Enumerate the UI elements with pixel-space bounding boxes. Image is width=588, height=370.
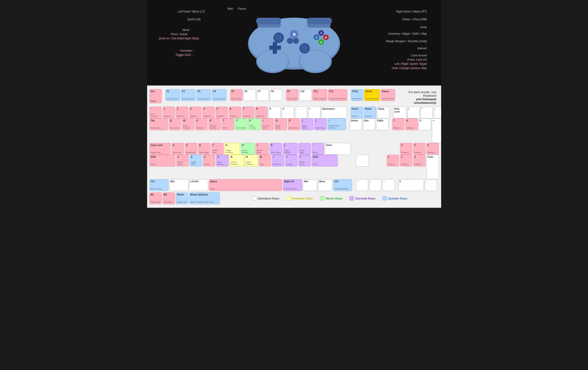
key-comma[interactable]: <Build Fire bbox=[272, 155, 284, 167]
key-space[interactable]: SpaceJump bbox=[209, 179, 282, 191]
key-num5[interactable]: 5Hotkey 5 bbox=[413, 143, 426, 155]
key-num6[interactable]: 6Hotkey 6 bbox=[427, 143, 439, 155]
key-num1[interactable]: 1Hotkey 1 bbox=[387, 155, 399, 167]
key-esc[interactable]: Esc Pause bbox=[149, 89, 162, 103]
key-7[interactable]: 7Hotkey 7 bbox=[242, 107, 254, 118]
key-caps[interactable]: Caps LockToggle Walk bbox=[149, 143, 171, 155]
key-f9[interactable]: F9Quick Load bbox=[286, 89, 298, 101]
key-l[interactable]: LToggle Lantern bbox=[283, 143, 297, 155]
key-u[interactable]: UHorse Inventry bbox=[248, 118, 261, 130]
key-f1[interactable]: F1Group Equip 1 bbox=[166, 89, 180, 101]
key-v[interactable]: VQuick Restore bbox=[216, 155, 229, 167]
key-num-star[interactable]: * bbox=[420, 107, 433, 118]
key-shift-l[interactable]: ShiftSprint bbox=[149, 155, 176, 167]
key-r[interactable]: RReady / Sheathe bbox=[209, 118, 221, 130]
key-6[interactable]: 6Hotkey 6 bbox=[229, 107, 241, 118]
key-insert[interactable]: InsertEmote bbox=[351, 107, 363, 118]
key-q[interactable]: QFavs Menu bbox=[169, 118, 181, 130]
key-num2[interactable]: 2Hotkey 2 bbox=[400, 155, 412, 167]
key-scroll[interactable]: ScrollEmrgncy Recall bbox=[364, 89, 380, 101]
key-slash[interactable]: ?Break Down bbox=[298, 155, 311, 167]
key-arr-right[interactable]: → bbox=[382, 179, 395, 191]
key-ctrl-l[interactable]: CtrlBlock / Parry bbox=[149, 179, 168, 191]
key-num-slash[interactable]: / bbox=[407, 107, 420, 118]
key-a[interactable]: AMove Left bbox=[172, 143, 184, 155]
key-f11[interactable]: F11Show Controls bbox=[312, 89, 327, 101]
key-y[interactable]: YHorse Wait bbox=[235, 118, 247, 130]
key-z[interactable]: ZShout / Power bbox=[176, 155, 189, 167]
key-pgup[interactable]: PgUp bbox=[377, 107, 389, 118]
key-win-r[interactable]: Win bbox=[303, 179, 317, 191]
key-arr-up[interactable]: ↑ bbox=[356, 155, 369, 167]
key-backslash[interactable]: \Disable ENB (Shift+\) bbox=[327, 118, 346, 130]
key-win-l[interactable]: Win bbox=[169, 179, 188, 191]
key-4[interactable]: 4Hotkey 4 bbox=[202, 107, 215, 118]
key-equals[interactable]: = bbox=[308, 107, 320, 118]
key-num-minus[interactable]: - bbox=[434, 107, 441, 118]
key-m[interactable]: MMap bbox=[259, 155, 271, 167]
key-end[interactable]: End bbox=[363, 118, 375, 130]
key-alt-r[interactable]: Right AltSurvival Vision bbox=[283, 179, 302, 191]
key-f6[interactable]: F6 bbox=[243, 89, 256, 101]
key-wheel[interactable]: WheelTarget Lock bbox=[176, 192, 188, 204]
key-tilde[interactable]: ~Dev Console bbox=[149, 107, 162, 118]
key-d[interactable]: DMove Right bbox=[198, 143, 210, 155]
key-backspace[interactable]: Backspace bbox=[321, 107, 347, 118]
key-p[interactable]: PStats Menu bbox=[288, 118, 300, 130]
key-n[interactable]: NOrder Followrs bbox=[245, 155, 258, 167]
key-menu[interactable]: Menu bbox=[318, 179, 332, 191]
key-num-dot[interactable]: . bbox=[425, 179, 437, 191]
key-num7[interactable]: 7Hotkey 7 bbox=[392, 118, 405, 130]
key-num0[interactable]: 0 bbox=[398, 179, 424, 191]
key-c[interactable]: CSneak bbox=[203, 155, 215, 167]
key-m1[interactable]: M1Right Hand bbox=[149, 192, 162, 204]
key-f12[interactable]: F12Screenshot (Steam) bbox=[328, 89, 347, 101]
key-quote[interactable]: 'Wash bbox=[312, 143, 324, 155]
key-3[interactable]: 3Hotkey 3 bbox=[189, 107, 201, 118]
key-pause[interactable]: PauseCamera Mode bbox=[381, 89, 395, 101]
key-o[interactable]: OMagic Menu bbox=[275, 118, 287, 130]
key-h[interactable]: HHorse Whistle bbox=[241, 143, 254, 155]
key-prtsc[interactable]: PrtScScreenshot bbox=[351, 89, 363, 101]
key-b[interactable]: BOrder 1 Follower bbox=[230, 155, 244, 167]
key-j[interactable]: JQuests Menu bbox=[255, 143, 269, 155]
key-8[interactable]: 8Hotkey 8 bbox=[255, 107, 268, 118]
key-num3[interactable]: 3Hotkey 3 bbox=[413, 155, 426, 167]
key-enter[interactable]: Enter bbox=[325, 143, 351, 155]
key-f[interactable]: FSwitch View bbox=[211, 143, 224, 155]
key-num-enter[interactable]: Enter bbox=[427, 155, 439, 179]
key-tab[interactable]: TabTween Menu bbox=[149, 118, 168, 130]
key-0[interactable]: 0 bbox=[282, 107, 294, 118]
key-9[interactable]: 9 bbox=[269, 107, 281, 118]
key-2[interactable]: 2Hotkey 2 bbox=[176, 107, 188, 118]
key-wheelupdown[interactable]: Wheel Up/DownSwitch Targets (Target Lock… bbox=[189, 192, 220, 204]
key-rbracket[interactable]: ]Heat Vision bbox=[314, 118, 326, 130]
key-f7[interactable]: F7 bbox=[257, 89, 269, 101]
key-num8[interactable]: 8Hotkey 8 bbox=[405, 118, 418, 130]
key-numlock[interactable]: Num Lock bbox=[393, 107, 406, 118]
key-s[interactable]: SMove Back bbox=[185, 143, 197, 155]
key-5[interactable]: 5Hotkey 5 bbox=[216, 107, 228, 118]
key-f10[interactable]: F10 bbox=[299, 89, 312, 101]
key-num-plus[interactable]: + bbox=[432, 118, 441, 143]
key-delete[interactable]: Delete bbox=[350, 118, 362, 130]
key-arr-down[interactable]: ↓ bbox=[369, 179, 381, 191]
key-lbracket[interactable]: [Night Vision bbox=[301, 118, 313, 130]
key-1[interactable]: 1Hotkey 1 bbox=[163, 107, 175, 118]
key-period[interactable]: >Forage bbox=[285, 155, 298, 167]
key-m2[interactable]: M2Left Hand bbox=[163, 192, 175, 204]
key-f8[interactable]: F8 bbox=[270, 89, 282, 101]
key-t[interactable]: TWait bbox=[222, 118, 234, 130]
key-f3[interactable]: F3Group Equip 3 bbox=[197, 89, 211, 101]
key-f4[interactable]: F4Group Equip 4 bbox=[212, 89, 226, 101]
key-w[interactable]: WMove Forward bbox=[182, 118, 194, 130]
key-f5[interactable]: F5Quick Save bbox=[230, 89, 242, 101]
key-e[interactable]: EActivate bbox=[195, 118, 208, 130]
key-pgdn[interactable]: PgDn bbox=[376, 118, 388, 130]
key-i[interactable]: IInventry Menu bbox=[262, 118, 274, 130]
key-num4[interactable]: 4Hotkey 4 bbox=[400, 143, 412, 155]
key-k[interactable]: KSit or Sleep bbox=[270, 143, 282, 155]
key-minus[interactable]: - bbox=[295, 107, 307, 118]
key-x[interactable]: XToggle HUD bbox=[190, 155, 202, 167]
key-arr-left[interactable]: ← bbox=[356, 179, 368, 191]
